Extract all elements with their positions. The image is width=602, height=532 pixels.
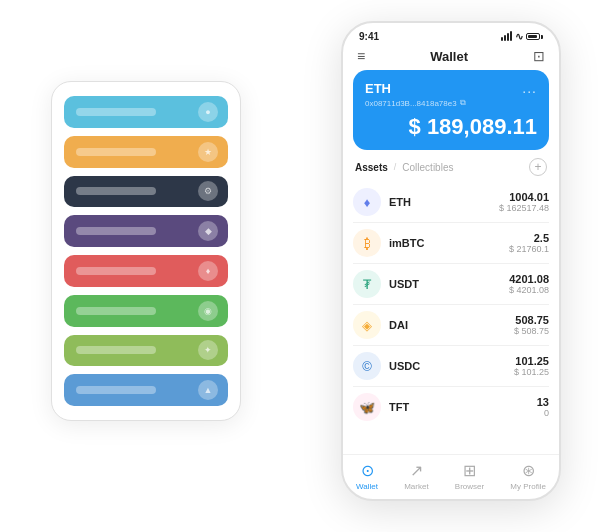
asset-amount-secondary: $ 21760.1 xyxy=(509,244,549,254)
tab-collectibles[interactable]: Collectibles xyxy=(402,162,453,173)
asset-item-dai[interactable]: ◈DAI508.75$ 508.75 xyxy=(353,305,549,346)
asset-amount-secondary: $ 162517.48 xyxy=(499,203,549,213)
menu-icon[interactable]: ≡ xyxy=(357,48,365,64)
eth-card[interactable]: ETH ... 0x08711d3B...8418a78e3 ⧉ $ 189,0… xyxy=(353,70,549,150)
header-title: Wallet xyxy=(430,49,468,64)
phone: 9:41 ∿ ≡ Wallet ⊡ xyxy=(341,21,561,501)
eth-card-header: ETH ... xyxy=(365,80,537,96)
asset-amount-primary: 508.75 xyxy=(514,314,549,326)
asset-amounts-usdc: 101.25$ 101.25 xyxy=(514,355,549,377)
add-asset-button[interactable]: + xyxy=(529,158,547,176)
asset-item-usdt[interactable]: ₮USDT4201.08$ 4201.08 xyxy=(353,264,549,305)
nav-item-my-profile[interactable]: ⊛My Profile xyxy=(510,461,546,491)
signal-icon xyxy=(501,32,512,41)
card-row-0: ● xyxy=(64,96,228,128)
tab-assets[interactable]: Assets xyxy=(355,162,388,173)
asset-amount-secondary: $ 101.25 xyxy=(514,367,549,377)
nav-icon-wallet: ⊙ xyxy=(361,461,374,480)
nav-label-market: Market xyxy=(404,482,428,491)
asset-name-tft: TFT xyxy=(389,401,537,413)
asset-icon-imbtc: ₿ xyxy=(353,229,381,257)
asset-icon-eth: ♦ xyxy=(353,188,381,216)
eth-card-title: ETH xyxy=(365,81,391,96)
asset-icon-usdc: © xyxy=(353,352,381,380)
time-label: 9:41 xyxy=(359,31,379,42)
eth-card-menu[interactable]: ... xyxy=(522,80,537,96)
asset-item-usdc[interactable]: ©USDC101.25$ 101.25 xyxy=(353,346,549,387)
status-icons: ∿ xyxy=(501,31,543,42)
back-panel: ●★⚙◆♦◉✦▲ xyxy=(51,81,241,421)
asset-amounts-imbtc: 2.5$ 21760.1 xyxy=(509,232,549,254)
asset-amount-primary: 1004.01 xyxy=(499,191,549,203)
battery-icon xyxy=(526,33,543,40)
card-row-1: ★ xyxy=(64,136,228,168)
card-row-4: ♦ xyxy=(64,255,228,287)
asset-amount-secondary: 0 xyxy=(537,408,549,418)
nav-item-wallet[interactable]: ⊙Wallet xyxy=(356,461,378,491)
card-row-6: ✦ xyxy=(64,335,228,367)
eth-card-amount: $ 189,089.11 xyxy=(365,114,537,140)
bottom-nav: ⊙Wallet↗Market⊞Browser⊛My Profile xyxy=(343,454,559,499)
asset-list: ♦ETH1004.01$ 162517.48₿imBTC2.5$ 21760.1… xyxy=(343,182,559,454)
asset-name-imbtc: imBTC xyxy=(389,237,509,249)
wifi-icon: ∿ xyxy=(515,31,523,42)
asset-name-eth: ETH xyxy=(389,196,499,208)
status-bar: 9:41 ∿ xyxy=(343,23,559,46)
card-row-2: ⚙ xyxy=(64,176,228,208)
nav-icon-my-profile: ⊛ xyxy=(522,461,535,480)
asset-amounts-tft: 130 xyxy=(537,396,549,418)
asset-amounts-eth: 1004.01$ 162517.48 xyxy=(499,191,549,213)
card-row-7: ▲ xyxy=(64,374,228,406)
asset-amount-secondary: $ 4201.08 xyxy=(509,285,549,295)
card-row-3: ◆ xyxy=(64,215,228,247)
nav-icon-browser: ⊞ xyxy=(463,461,476,480)
copy-icon[interactable]: ⧉ xyxy=(460,98,466,108)
asset-amount-primary: 101.25 xyxy=(514,355,549,367)
asset-amount-primary: 2.5 xyxy=(509,232,549,244)
nav-label-wallet: Wallet xyxy=(356,482,378,491)
asset-name-dai: DAI xyxy=(389,319,514,331)
asset-item-imbtc[interactable]: ₿imBTC2.5$ 21760.1 xyxy=(353,223,549,264)
asset-item-eth[interactable]: ♦ETH1004.01$ 162517.48 xyxy=(353,182,549,223)
asset-amounts-dai: 508.75$ 508.75 xyxy=(514,314,549,336)
eth-card-address: 0x08711d3B...8418a78e3 ⧉ xyxy=(365,98,537,108)
asset-name-usdt: USDT xyxy=(389,278,509,290)
nav-label-browser: Browser xyxy=(455,482,484,491)
asset-amount-primary: 4201.08 xyxy=(509,273,549,285)
nav-item-browser[interactable]: ⊞Browser xyxy=(455,461,484,491)
assets-header: Assets / Collectibles + xyxy=(343,158,559,182)
asset-icon-dai: ◈ xyxy=(353,311,381,339)
nav-item-market[interactable]: ↗Market xyxy=(404,461,428,491)
asset-amount-primary: 13 xyxy=(537,396,549,408)
assets-tabs: Assets / Collectibles xyxy=(355,162,453,173)
nav-label-my-profile: My Profile xyxy=(510,482,546,491)
asset-item-tft[interactable]: 🦋TFT130 xyxy=(353,387,549,427)
asset-icon-tft: 🦋 xyxy=(353,393,381,421)
scene: ●★⚙◆♦◉✦▲ 9:41 ∿ ≡ Wallet xyxy=(21,21,581,511)
asset-icon-usdt: ₮ xyxy=(353,270,381,298)
scan-icon[interactable]: ⊡ xyxy=(533,48,545,64)
asset-name-usdc: USDC xyxy=(389,360,514,372)
phone-header: ≡ Wallet ⊡ xyxy=(343,46,559,70)
nav-icon-market: ↗ xyxy=(410,461,423,480)
asset-amount-secondary: $ 508.75 xyxy=(514,326,549,336)
card-row-5: ◉ xyxy=(64,295,228,327)
asset-amounts-usdt: 4201.08$ 4201.08 xyxy=(509,273,549,295)
